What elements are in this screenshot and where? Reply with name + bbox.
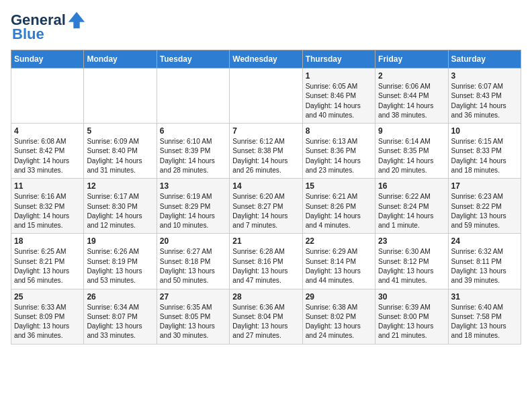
day-number: 19	[87, 236, 153, 246]
calendar-cell: 24Sunrise: 6:32 AM Sunset: 8:11 PM Dayli…	[448, 234, 521, 289]
day-number: 11	[14, 181, 81, 191]
col-header-wednesday: Wednesday	[230, 50, 302, 68]
day-info: Sunrise: 6:15 AM Sunset: 8:33 PM Dayligh…	[451, 137, 518, 175]
day-info: Sunrise: 6:29 AM Sunset: 8:14 PM Dayligh…	[306, 247, 372, 285]
day-info: Sunrise: 6:10 AM Sunset: 8:39 PM Dayligh…	[160, 137, 226, 175]
calendar-cell: 25Sunrise: 6:33 AM Sunset: 8:09 PM Dayli…	[11, 289, 84, 344]
day-info: Sunrise: 6:36 AM Sunset: 8:04 PM Dayligh…	[232, 303, 299, 341]
day-number: 17	[451, 181, 518, 191]
svg-marker-0	[69, 12, 85, 28]
calendar-week-row: 25Sunrise: 6:33 AM Sunset: 8:09 PM Dayli…	[11, 289, 521, 344]
day-number: 24	[451, 236, 518, 246]
day-info: Sunrise: 6:09 AM Sunset: 8:40 PM Dayligh…	[87, 137, 153, 175]
calendar-cell: 31Sunrise: 6:40 AM Sunset: 7:58 PM Dayli…	[448, 289, 521, 344]
day-number: 21	[232, 236, 299, 246]
day-info: Sunrise: 6:28 AM Sunset: 8:16 PM Dayligh…	[232, 247, 299, 285]
day-number: 30	[378, 292, 445, 302]
calendar-cell: 8Sunrise: 6:13 AM Sunset: 8:36 PM Daylig…	[302, 124, 375, 179]
calendar-cell: 14Sunrise: 6:20 AM Sunset: 8:27 PM Dayli…	[230, 179, 302, 234]
day-number: 3	[451, 71, 518, 81]
day-number: 1	[306, 71, 372, 81]
logo: General Blue	[11, 11, 86, 43]
day-info: Sunrise: 6:20 AM Sunset: 8:27 PM Dayligh…	[232, 192, 299, 230]
col-header-tuesday: Tuesday	[157, 50, 229, 68]
day-number: 5	[87, 126, 153, 136]
calendar-cell: 29Sunrise: 6:38 AM Sunset: 8:02 PM Dayli…	[302, 289, 375, 344]
calendar-cell: 5Sunrise: 6:09 AM Sunset: 8:40 PM Daylig…	[84, 124, 157, 179]
calendar-cell	[84, 68, 157, 124]
day-info: Sunrise: 6:32 AM Sunset: 8:11 PM Dayligh…	[451, 247, 518, 285]
day-number: 8	[306, 126, 372, 136]
day-info: Sunrise: 6:40 AM Sunset: 7:58 PM Dayligh…	[451, 303, 518, 341]
col-header-saturday: Saturday	[448, 50, 521, 68]
day-number: 20	[160, 236, 226, 246]
calendar-cell: 13Sunrise: 6:19 AM Sunset: 8:29 PM Dayli…	[157, 179, 229, 234]
day-info: Sunrise: 6:26 AM Sunset: 8:19 PM Dayligh…	[87, 247, 153, 285]
calendar-cell	[157, 68, 229, 124]
calendar-cell: 10Sunrise: 6:15 AM Sunset: 8:33 PM Dayli…	[448, 124, 521, 179]
day-info: Sunrise: 6:07 AM Sunset: 8:43 PM Dayligh…	[451, 82, 518, 120]
col-header-friday: Friday	[375, 50, 448, 68]
day-number: 4	[14, 126, 81, 136]
day-info: Sunrise: 6:21 AM Sunset: 8:26 PM Dayligh…	[306, 192, 372, 230]
col-header-thursday: Thursday	[302, 50, 375, 68]
calendar-cell: 27Sunrise: 6:35 AM Sunset: 8:05 PM Dayli…	[157, 289, 229, 344]
page-header: General Blue	[11, 11, 521, 43]
day-number: 29	[306, 292, 372, 302]
day-info: Sunrise: 6:08 AM Sunset: 8:42 PM Dayligh…	[14, 137, 81, 175]
day-number: 14	[232, 181, 299, 191]
day-info: Sunrise: 6:14 AM Sunset: 8:35 PM Dayligh…	[378, 137, 445, 175]
day-info: Sunrise: 6:23 AM Sunset: 8:22 PM Dayligh…	[451, 192, 518, 230]
calendar-cell: 15Sunrise: 6:21 AM Sunset: 8:26 PM Dayli…	[302, 179, 375, 234]
calendar-cell: 23Sunrise: 6:30 AM Sunset: 8:12 PM Dayli…	[375, 234, 448, 289]
day-number: 10	[451, 126, 518, 136]
day-number: 22	[306, 236, 372, 246]
day-number: 16	[378, 181, 445, 191]
day-info: Sunrise: 6:05 AM Sunset: 8:46 PM Dayligh…	[306, 82, 372, 120]
day-info: Sunrise: 6:22 AM Sunset: 8:24 PM Dayligh…	[378, 192, 445, 230]
calendar-cell: 17Sunrise: 6:23 AM Sunset: 8:22 PM Dayli…	[448, 179, 521, 234]
calendar-cell: 19Sunrise: 6:26 AM Sunset: 8:19 PM Dayli…	[84, 234, 157, 289]
day-info: Sunrise: 6:38 AM Sunset: 8:02 PM Dayligh…	[306, 303, 372, 341]
calendar-cell: 4Sunrise: 6:08 AM Sunset: 8:42 PM Daylig…	[11, 124, 84, 179]
day-number: 23	[378, 236, 445, 246]
calendar-table: SundayMondayTuesdayWednesdayThursdayFrid…	[11, 50, 521, 345]
calendar-week-row: 4Sunrise: 6:08 AM Sunset: 8:42 PM Daylig…	[11, 124, 521, 179]
day-info: Sunrise: 6:30 AM Sunset: 8:12 PM Dayligh…	[378, 247, 445, 285]
calendar-week-row: 1Sunrise: 6:05 AM Sunset: 8:46 PM Daylig…	[11, 68, 521, 124]
calendar-cell: 20Sunrise: 6:27 AM Sunset: 8:18 PM Dayli…	[157, 234, 229, 289]
calendar-header-row: SundayMondayTuesdayWednesdayThursdayFrid…	[11, 50, 521, 68]
day-number: 28	[232, 292, 299, 302]
calendar-cell: 16Sunrise: 6:22 AM Sunset: 8:24 PM Dayli…	[375, 179, 448, 234]
calendar-cell: 7Sunrise: 6:12 AM Sunset: 8:38 PM Daylig…	[230, 124, 302, 179]
calendar-cell: 9Sunrise: 6:14 AM Sunset: 8:35 PM Daylig…	[375, 124, 448, 179]
day-number: 9	[378, 126, 445, 136]
day-number: 18	[14, 236, 81, 246]
calendar-cell: 30Sunrise: 6:39 AM Sunset: 8:00 PM Dayli…	[375, 289, 448, 344]
day-number: 12	[87, 181, 153, 191]
day-info: Sunrise: 6:39 AM Sunset: 8:00 PM Dayligh…	[378, 303, 445, 341]
day-number: 27	[160, 292, 226, 302]
day-info: Sunrise: 6:33 AM Sunset: 8:09 PM Dayligh…	[14, 303, 81, 341]
col-header-monday: Monday	[84, 50, 157, 68]
calendar-cell: 2Sunrise: 6:06 AM Sunset: 8:44 PM Daylig…	[375, 68, 448, 124]
calendar-cell	[230, 68, 302, 124]
day-info: Sunrise: 6:35 AM Sunset: 8:05 PM Dayligh…	[160, 303, 226, 341]
day-info: Sunrise: 6:25 AM Sunset: 8:21 PM Dayligh…	[14, 247, 81, 285]
day-info: Sunrise: 6:06 AM Sunset: 8:44 PM Dayligh…	[378, 82, 445, 120]
calendar-cell: 12Sunrise: 6:17 AM Sunset: 8:30 PM Dayli…	[84, 179, 157, 234]
day-number: 31	[451, 292, 518, 302]
calendar-cell: 28Sunrise: 6:36 AM Sunset: 8:04 PM Dayli…	[230, 289, 302, 344]
day-info: Sunrise: 6:12 AM Sunset: 8:38 PM Dayligh…	[232, 137, 299, 175]
day-number: 15	[306, 181, 372, 191]
calendar-cell	[11, 68, 84, 124]
calendar-cell: 18Sunrise: 6:25 AM Sunset: 8:21 PM Dayli…	[11, 234, 84, 289]
day-number: 6	[160, 126, 226, 136]
day-number: 26	[87, 292, 153, 302]
calendar-cell: 26Sunrise: 6:34 AM Sunset: 8:07 PM Dayli…	[84, 289, 157, 344]
day-info: Sunrise: 6:34 AM Sunset: 8:07 PM Dayligh…	[87, 303, 153, 341]
day-info: Sunrise: 6:13 AM Sunset: 8:36 PM Dayligh…	[306, 137, 372, 175]
day-info: Sunrise: 6:16 AM Sunset: 8:32 PM Dayligh…	[14, 192, 81, 230]
day-info: Sunrise: 6:19 AM Sunset: 8:29 PM Dayligh…	[160, 192, 226, 230]
calendar-cell: 1Sunrise: 6:05 AM Sunset: 8:46 PM Daylig…	[302, 68, 375, 124]
